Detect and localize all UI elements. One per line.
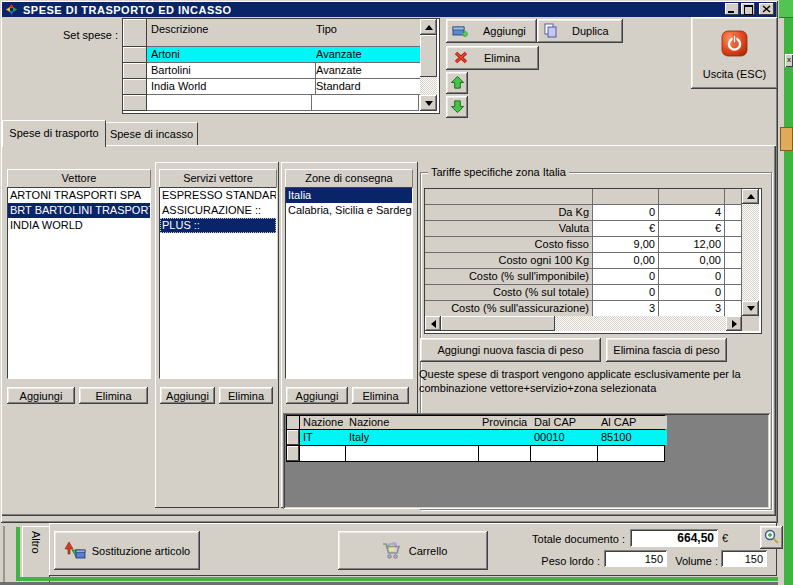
tariffe-hscrollbar[interactable] xyxy=(425,316,742,331)
tariffe-cell[interactable]: 0 xyxy=(593,285,659,301)
tariffe-cell[interactable]: 0 xyxy=(593,205,659,221)
zone-aggiungi-button[interactable]: Aggiungi xyxy=(286,387,348,404)
tariffe-cell[interactable]: 4 xyxy=(659,205,725,221)
set-spese-duplica-button[interactable]: Duplica xyxy=(537,19,623,43)
minimize-button[interactable] xyxy=(725,3,739,15)
vettore-aggiungi-button[interactable]: Aggiungi xyxy=(7,387,75,404)
tab-panel: Vettore ARTONI TRASPORTI SPA BRT BARTOLI… xyxy=(1,145,776,516)
tariffe-cell[interactable]: 3 xyxy=(659,301,725,317)
vettore-elimina-label: Elimina xyxy=(95,390,131,402)
scroll-thumb[interactable] xyxy=(420,35,437,77)
scroll-thumb[interactable] xyxy=(441,316,555,331)
tariffe-cell[interactable]: 9,00 xyxy=(593,237,659,253)
scroll-left-button[interactable] xyxy=(425,316,441,331)
tariffe-cell[interactable]: 0,00 xyxy=(659,253,725,269)
servizi-item[interactable]: ASSICURAZIONE :: xyxy=(160,203,276,218)
servizi-elimina-button[interactable]: Elimina xyxy=(219,387,273,404)
vettore-item[interactable]: ARTONI TRASPORTI SPA xyxy=(8,188,150,203)
tariffe-cell[interactable]: € xyxy=(659,221,725,237)
set-spese-label: Set spese : xyxy=(28,29,118,41)
zone-elimina-button[interactable]: Elimina xyxy=(352,387,409,404)
bottom-window-left-border xyxy=(3,526,5,585)
arrow-up-icon xyxy=(747,194,755,199)
vettore-item[interactable]: INDIA WORLD xyxy=(8,218,150,233)
set-spese-aggiungi-button[interactable]: Aggiungi xyxy=(446,19,537,43)
servizi-item[interactable]: ESPRESSO STANDARD xyxy=(160,188,276,203)
cell-tipo xyxy=(312,95,419,111)
cap-cell-empty xyxy=(346,446,478,461)
cell-descrizione xyxy=(147,95,312,111)
tariffe-vscrollbar[interactable] xyxy=(742,189,759,316)
tariffe-cell[interactable]: 0 xyxy=(659,285,725,301)
cap-cell-nazione2: Italy xyxy=(346,430,481,445)
background-window-green-border xyxy=(784,0,793,585)
scroll-up-button[interactable] xyxy=(420,19,437,35)
tariffe-cell-partial[interactable] xyxy=(725,237,742,253)
set-spese-corner-cell xyxy=(123,19,147,47)
cap-cell-empty xyxy=(300,446,345,461)
carrello-button[interactable]: Carrello xyxy=(338,531,488,570)
zone-elimina-label: Elimina xyxy=(362,390,398,402)
tariffe-row-label: Costo (% sull'imponibile) xyxy=(425,269,593,285)
cap-cell-al-cap: 85100 xyxy=(598,430,667,445)
zone-header-label: Zone di consegna xyxy=(305,172,392,184)
totale-documento-field[interactable] xyxy=(630,529,718,547)
cap-cell-nazione1: IT xyxy=(300,430,348,445)
tariffe-note: Queste spese di trasport vengono applica… xyxy=(419,367,773,397)
scroll-up-button[interactable] xyxy=(742,189,759,204)
set-spese-elimina-button[interactable]: Elimina xyxy=(446,46,539,70)
cap-col-nazione1: Nazione xyxy=(300,416,348,429)
zone-item[interactable]: Calabria, Sicilia e Sardegna xyxy=(286,203,412,218)
tariffe-cell-partial[interactable] xyxy=(725,205,742,221)
scroll-right-button[interactable] xyxy=(726,316,742,331)
tariffe-row-label: Costo (% sull'assicurazione) xyxy=(425,301,593,317)
volume-label: Volume : xyxy=(663,555,718,567)
volume-field[interactable] xyxy=(721,550,767,567)
vettore-elimina-button[interactable]: Elimina xyxy=(79,387,148,404)
tariffe-cell[interactable]: 0,00 xyxy=(593,253,659,269)
maximize-button[interactable] xyxy=(741,3,755,15)
cap-cell-empty xyxy=(479,446,530,461)
tariffe-cell[interactable]: 0 xyxy=(659,269,725,285)
scroll-down-button[interactable] xyxy=(420,95,437,111)
background-button-fragment[interactable] xyxy=(780,127,793,151)
servizi-aggiungi-button[interactable]: Aggiungi xyxy=(160,387,215,404)
cap-col-dal-cap: Dal CAP xyxy=(531,416,600,429)
duplica-label: Duplica xyxy=(572,25,609,37)
totale-currency-label: € xyxy=(722,532,728,544)
zone-item-selected[interactable]: Italia xyxy=(286,188,412,203)
cell-tipo: Standard xyxy=(312,79,423,95)
tariffe-cell-partial[interactable] xyxy=(725,221,742,237)
scroll-down-button[interactable] xyxy=(742,301,759,316)
screen: x Altro Sostituzione articolo xyxy=(0,0,793,585)
move-up-button[interactable] xyxy=(446,72,468,94)
tariffe-cell[interactable]: 12,00 xyxy=(659,237,725,253)
power-icon xyxy=(721,30,748,59)
vettore-aggiungi-label: Aggiungi xyxy=(20,390,63,402)
move-down-button[interactable] xyxy=(446,96,468,118)
tariffe-cell[interactable]: 0 xyxy=(593,269,659,285)
tariffe-cell-partial[interactable] xyxy=(725,269,742,285)
tariffe-cell-partial[interactable] xyxy=(725,301,742,317)
totale-zoom-button[interactable] xyxy=(760,526,783,549)
tariffe-cell[interactable]: € xyxy=(593,221,659,237)
tab-spese-incasso[interactable]: Spese di incasso xyxy=(105,122,198,147)
uscita-button[interactable]: Uscita (ESC) xyxy=(691,17,778,89)
servizi-item-selected[interactable]: PLUS :: xyxy=(160,218,276,233)
set-spese-scrollbar[interactable] xyxy=(420,19,437,111)
set-spese-table: Descrizione Tipo Artoni Avanzate Bartoli… xyxy=(122,18,440,114)
tariffe-cell[interactable]: 3 xyxy=(593,301,659,317)
elimina-fascia-button[interactable]: Elimina fascia di peso xyxy=(606,338,727,362)
servizi-listbox[interactable]: ESPRESSO STANDARD ASSICURAZIONE :: PLUS … xyxy=(159,187,277,379)
close-button[interactable] xyxy=(759,3,774,15)
peso-lordo-field[interactable] xyxy=(604,550,667,567)
tab-spese-trasporto[interactable]: Spese di trasporto xyxy=(2,120,106,147)
vettore-item-selected[interactable]: BRT BARTOLINI TRASPORTI xyxy=(8,203,150,218)
aggiungi-fascia-button[interactable]: Aggiungi nuova fascia di peso xyxy=(420,338,601,362)
tariffe-cell-partial[interactable] xyxy=(725,253,742,269)
tariffe-cell-partial[interactable] xyxy=(725,285,742,301)
vettore-listbox[interactable]: ARTONI TRASPORTI SPA BRT BARTOLINI TRASP… xyxy=(7,187,151,379)
background-close-fragment[interactable]: x xyxy=(785,54,793,67)
sostituzione-articolo-button[interactable]: Sostituzione articolo xyxy=(54,531,200,570)
zone-listbox[interactable]: Italia Calabria, Sicilia e Sardegna xyxy=(285,187,413,379)
